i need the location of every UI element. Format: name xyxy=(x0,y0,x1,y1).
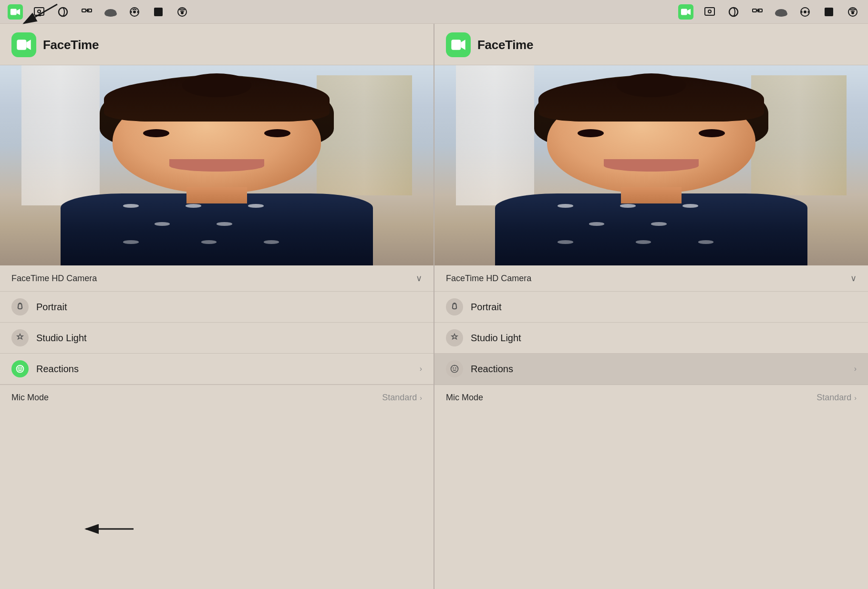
left-camera-chevron: ∨ xyxy=(416,273,422,284)
svg-rect-8 xyxy=(82,9,86,12)
right-reactions-item[interactable]: Reactions › xyxy=(434,354,868,385)
svg-point-51 xyxy=(453,367,454,369)
svg-point-16 xyxy=(134,11,135,13)
panels-container: FaceTime xyxy=(0,24,868,589)
right-panel: FaceTime xyxy=(434,24,868,589)
gyroflow-menubar-icon-r[interactable] xyxy=(726,4,741,20)
svg-rect-48 xyxy=(451,40,461,50)
left-menu-area: FaceTime HD Camera ∨ Portrait xyxy=(0,265,434,589)
menubar xyxy=(0,0,868,24)
svg-point-33 xyxy=(804,11,806,13)
facetime-menubar-icon-left[interactable] xyxy=(8,4,23,20)
facetime-menubar-icon-right[interactable] xyxy=(678,4,693,20)
svg-marker-49 xyxy=(461,40,465,50)
screenrecord-menubar-icon[interactable] xyxy=(31,4,47,20)
right-video-area xyxy=(434,65,868,265)
left-panel-header: FaceTime xyxy=(0,24,434,65)
left-reactions-chevron: › xyxy=(420,365,422,373)
svg-marker-21 xyxy=(687,9,691,15)
left-studio-light-label: Studio Light xyxy=(36,333,422,344)
svg-marker-3 xyxy=(17,9,20,15)
right-mic-chevron: › xyxy=(854,394,857,402)
svg-rect-22 xyxy=(705,8,714,15)
svg-point-5 xyxy=(38,10,41,13)
left-mic-mode-value: Standard › xyxy=(382,393,422,403)
svg-marker-39 xyxy=(26,40,31,50)
screenium-menubar-icon[interactable] xyxy=(151,4,166,20)
right-studio-light-item[interactable]: Studio Light xyxy=(434,323,868,354)
right-mic-mode-value: Standard › xyxy=(816,393,857,403)
right-reactions-chevron: › xyxy=(854,365,857,373)
right-studio-light-icon xyxy=(446,329,463,346)
svg-rect-20 xyxy=(681,9,687,15)
screenium-menubar-icon-r[interactable] xyxy=(821,4,837,20)
left-reactions-item[interactable]: Reactions › xyxy=(0,354,434,385)
right-app-icon xyxy=(446,32,471,57)
svg-marker-11 xyxy=(87,10,89,11)
svg-point-36 xyxy=(852,12,854,14)
right-portrait-item[interactable]: Portrait xyxy=(434,292,868,323)
left-portrait-item[interactable]: Portrait xyxy=(0,292,434,323)
right-camera-chevron: ∨ xyxy=(850,273,857,284)
svg-point-14 xyxy=(110,11,117,16)
left-camera-name: FaceTime HD Camera xyxy=(11,274,97,284)
teamviewer-menubar-icon[interactable] xyxy=(79,4,94,20)
svg-rect-4 xyxy=(34,8,44,15)
svg-rect-38 xyxy=(17,40,26,50)
left-mic-mode-label: Mic Mode xyxy=(11,393,49,403)
svg-point-23 xyxy=(708,10,711,13)
wifi-circle-menubar-icon-r[interactable] xyxy=(845,4,860,20)
right-app-title: FaceTime xyxy=(477,38,533,52)
svg-rect-2 xyxy=(10,9,17,15)
svg-marker-28 xyxy=(758,10,759,11)
svg-rect-34 xyxy=(825,8,833,16)
right-camera-name: FaceTime HD Camera xyxy=(446,274,531,284)
right-menu-area: FaceTime HD Camera ∨ Portrait xyxy=(434,265,868,589)
svg-point-52 xyxy=(455,367,456,369)
svg-point-24 xyxy=(729,8,738,16)
right-portrait-label: Portrait xyxy=(471,302,857,313)
remote-menubar-icon-r[interactable] xyxy=(797,4,813,20)
right-reactions-label: Reactions xyxy=(471,364,847,375)
svg-point-30 xyxy=(775,10,782,16)
left-mic-mode-row[interactable]: Mic Mode Standard › xyxy=(0,385,434,410)
left-video-area xyxy=(0,65,434,265)
wifi-circle-menubar-icon[interactable] xyxy=(175,4,190,20)
left-portrait-icon xyxy=(11,298,29,315)
right-mic-mode-label: Mic Mode xyxy=(446,393,483,403)
right-reactions-icon xyxy=(446,360,463,377)
left-mic-chevron: › xyxy=(420,394,422,402)
svg-rect-17 xyxy=(154,8,163,16)
svg-rect-25 xyxy=(753,9,756,12)
left-app-title: FaceTime xyxy=(43,38,99,52)
left-portrait-label: Portrait xyxy=(36,302,422,313)
cloud-menubar-icon-r[interactable] xyxy=(774,4,789,20)
left-studio-light-item[interactable]: Studio Light xyxy=(0,323,434,354)
gyroflow-menubar-icon[interactable] xyxy=(55,4,71,20)
right-camera-selector[interactable]: FaceTime HD Camera ∨ xyxy=(434,265,868,292)
svg-point-31 xyxy=(781,11,787,16)
left-panel: FaceTime xyxy=(0,24,434,589)
left-camera-selector[interactable]: FaceTime HD Camera ∨ xyxy=(0,265,434,292)
svg-point-19 xyxy=(181,12,183,14)
svg-point-43 xyxy=(21,367,22,369)
left-app-icon xyxy=(11,32,36,57)
right-portrait-icon xyxy=(446,298,463,315)
svg-point-50 xyxy=(451,366,458,373)
right-mic-mode-row[interactable]: Mic Mode Standard › xyxy=(434,385,868,410)
right-panel-header: FaceTime xyxy=(434,24,868,65)
left-reactions-label: Reactions xyxy=(36,364,412,375)
right-studio-light-label: Studio Light xyxy=(471,333,857,344)
screenrecord-menubar-icon-r[interactable] xyxy=(702,4,717,20)
svg-point-7 xyxy=(59,8,67,16)
svg-point-13 xyxy=(104,10,111,16)
remote-menubar-icon[interactable] xyxy=(127,4,142,20)
left-studio-light-icon xyxy=(11,329,29,346)
left-reactions-icon xyxy=(11,360,29,377)
cloud-menubar-icon[interactable] xyxy=(103,4,118,20)
svg-point-42 xyxy=(18,367,20,369)
teamviewer-menubar-icon-r[interactable] xyxy=(750,4,765,20)
